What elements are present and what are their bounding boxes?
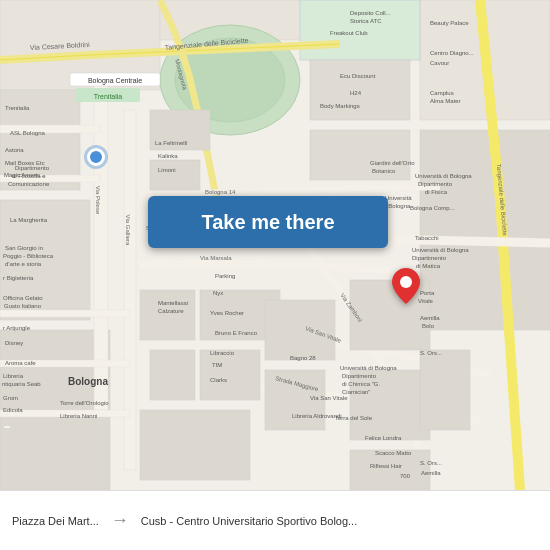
svg-text:Botanico: Botanico <box>372 168 396 174</box>
svg-text:Aemilla: Aemilla <box>421 470 441 476</box>
svg-text:r Artjungle: r Artjungle <box>3 325 31 331</box>
svg-text:ntiquaria Seab: ntiquaria Seab <box>2 381 41 387</box>
svg-text:Dipartimento: Dipartimento <box>418 181 453 187</box>
svg-rect-23 <box>140 290 195 340</box>
svg-rect-32 <box>420 350 470 430</box>
svg-text:Parking: Parking <box>215 273 235 279</box>
svg-text:Università di Bologna: Università di Bologna <box>415 173 472 179</box>
svg-text:Bologna: Bologna <box>68 376 108 387</box>
svg-text:Mail Boxes Etc: Mail Boxes Etc <box>5 160 45 166</box>
svg-text:Tabacchi: Tabacchi <box>415 235 439 241</box>
route-from-label: Piazza Dei Mart... <box>12 515 99 527</box>
svg-text:Aemilla: Aemilla <box>420 315 440 321</box>
svg-text:La Feltrinelli: La Feltrinelli <box>155 140 187 146</box>
take-me-there-button[interactable]: Take me there <box>148 196 388 248</box>
svg-text:Aroma cafe: Aroma cafe <box>5 360 36 366</box>
svg-text:Gusto Italiano: Gusto Italiano <box>4 303 42 309</box>
svg-text:Beauty Palace: Beauty Palace <box>430 20 469 26</box>
svg-rect-27 <box>265 300 335 360</box>
svg-text:Comunicazione: Comunicazione <box>8 181 50 187</box>
route-arrow: → <box>107 510 133 531</box>
svg-text:Alma Mater: Alma Mater <box>430 98 461 104</box>
route-to-label: Cusb - Centro Universitario Sportivo Bol… <box>141 515 357 527</box>
svg-text:Deposito Coll...: Deposito Coll... <box>350 10 391 16</box>
svg-text:S. Ors...: S. Ors... <box>420 460 442 466</box>
svg-text:di Fisica: di Fisica <box>425 189 448 195</box>
svg-text:Libraccio: Libraccio <box>210 350 235 356</box>
svg-text:Yves Rocher: Yves Rocher <box>210 310 244 316</box>
svg-text:Mantellassi: Mantellassi <box>158 300 188 306</box>
svg-text:Disney: Disney <box>5 340 23 346</box>
svg-text:d'arte e storia: d'arte e storia <box>5 261 42 267</box>
svg-text:Riflessi Hair: Riflessi Hair <box>370 463 402 469</box>
map-container: Via Cesare Boldrini Via Polese Via Galli… <box>0 0 550 490</box>
svg-text:Limoni: Limoni <box>158 167 176 173</box>
bottom-bar: Piazza Dei Mart... → Cusb - Centro Unive… <box>0 490 550 550</box>
svg-text:H24: H24 <box>350 90 362 96</box>
svg-text:Bolo: Bolo <box>422 323 435 329</box>
svg-rect-31 <box>350 450 430 490</box>
svg-text:Bagno 28: Bagno 28 <box>290 355 316 361</box>
svg-text:Officina Gelato: Officina Gelato <box>3 295 43 301</box>
svg-text:Via San Vitale: Via San Vitale <box>310 395 348 401</box>
svg-rect-25 <box>150 350 195 400</box>
svg-text:Vitale: Vitale <box>418 298 434 304</box>
svg-text:700: 700 <box>400 473 411 479</box>
svg-text:Edicola: Edicola <box>3 407 23 413</box>
svg-rect-26 <box>140 410 250 480</box>
svg-text:Libreria Nanni: Libreria Nanni <box>60 413 97 419</box>
svg-text:Kalinka: Kalinka <box>158 153 178 159</box>
svg-rect-24 <box>200 350 260 400</box>
svg-text:Bologna Comp...: Bologna Comp... <box>410 205 455 211</box>
svg-text:Cavour: Cavour <box>430 60 449 66</box>
svg-rect-15 <box>0 310 130 317</box>
svg-text:Grom: Grom <box>3 395 18 401</box>
svg-text:Dipartimento: Dipartimento <box>412 255 447 261</box>
arrow-icon: → <box>111 510 129 531</box>
svg-text:Storica ATC: Storica ATC <box>350 18 382 24</box>
svg-text:Giardini dell'Orto: Giardini dell'Orto <box>370 160 415 166</box>
svg-text:Via Marsala: Via Marsala <box>200 255 232 261</box>
svg-text:Bologna 14: Bologna 14 <box>205 189 236 195</box>
svg-text:ASL Bologna: ASL Bologna <box>10 130 45 136</box>
user-location-marker <box>87 148 105 166</box>
svg-text:Calzature: Calzature <box>158 308 184 314</box>
svg-text:Università di Bologna: Università di Bologna <box>340 365 397 371</box>
svg-text:Astoria: Astoria <box>5 147 24 153</box>
svg-text:Bruno E Franco: Bruno E Franco <box>215 330 258 336</box>
svg-text:Freakout Club: Freakout Club <box>330 30 368 36</box>
svg-text:Università di Bologna: Università di Bologna <box>412 247 469 253</box>
svg-text:Scacco Matto: Scacco Matto <box>375 450 412 456</box>
svg-text:Trenitalia: Trenitalia <box>5 105 30 111</box>
svg-text:Felice  Londra: Felice Londra <box>365 435 402 441</box>
svg-text:di Chimica "G.: di Chimica "G. <box>342 381 380 387</box>
svg-text:Trenitalia: Trenitalia <box>94 93 123 100</box>
svg-text:Dipartimento: Dipartimento <box>342 373 377 379</box>
svg-text:Clarks: Clarks <box>210 377 227 383</box>
svg-text:r Bigletteria: r Bigletteria <box>3 275 34 281</box>
svg-point-130 <box>400 276 412 288</box>
route-to: Cusb - Centro Universitario Sportivo Bol… <box>141 515 357 527</box>
svg-text:Camplus: Camplus <box>430 90 454 96</box>
svg-text:Libreria Aldrovandi: Libreria Aldrovandi <box>292 413 342 419</box>
svg-text:Nyx: Nyx <box>213 290 223 296</box>
svg-text:Porta: Porta <box>420 290 435 296</box>
svg-text:Via Galliera: Via Galliera <box>125 215 131 247</box>
svg-text:Università: Università <box>385 195 412 201</box>
svg-text:Magic Americ...: Magic Americ... <box>4 172 45 178</box>
route-from: Piazza Dei Mart... <box>12 515 99 527</box>
svg-text:S. Ors...: S. Ors... <box>420 350 442 356</box>
svg-text:Torre dell'Orologio: Torre dell'Orologio <box>60 400 109 406</box>
svg-rect-21 <box>150 160 200 190</box>
destination-marker <box>392 268 420 307</box>
svg-text:Ecu Discount: Ecu Discount <box>340 73 376 79</box>
svg-text:Centro Diagno...: Centro Diagno... <box>430 50 474 56</box>
svg-text:Via Polese: Via Polese <box>95 186 101 215</box>
svg-rect-7 <box>420 130 550 330</box>
svg-text:Poggio - Biblioteca: Poggio - Biblioteca <box>3 253 54 259</box>
svg-text:Libreria: Libreria <box>3 373 24 379</box>
svg-text:TIM: TIM <box>212 362 222 368</box>
svg-text:San Giorgio in: San Giorgio in <box>5 245 43 251</box>
svg-text:La Margherita: La Margherita <box>10 217 48 223</box>
copyright-text <box>4 426 10 428</box>
